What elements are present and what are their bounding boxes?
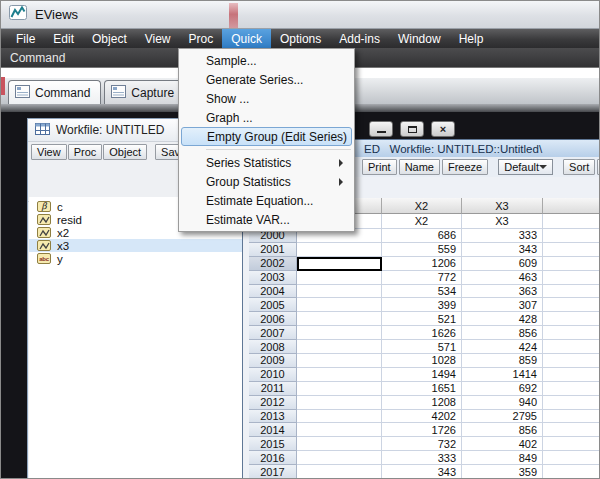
workfile-button-proc[interactable]: Proc <box>68 144 103 160</box>
workfile-button-view[interactable]: View <box>31 144 67 160</box>
data-cell[interactable]: 333 <box>462 229 543 243</box>
data-cell[interactable]: 363 <box>462 285 543 299</box>
menu-window[interactable]: Window <box>389 29 450 48</box>
data-cell[interactable]: 686 <box>382 229 462 243</box>
workfile-button-object[interactable]: Object <box>103 144 147 160</box>
data-cell[interactable]: 1206 <box>382 257 462 271</box>
data-cell[interactable]: 1414 <box>462 368 543 382</box>
selected-cell[interactable] <box>297 257 382 271</box>
data-cell[interactable] <box>543 312 600 326</box>
data-cell[interactable] <box>543 368 600 382</box>
data-cell[interactable]: 343 <box>382 465 462 479</box>
data-cell[interactable] <box>543 451 600 465</box>
data-cell[interactable] <box>297 465 382 479</box>
maximize-button[interactable] <box>400 121 424 137</box>
data-cell[interactable]: 1208 <box>382 396 462 410</box>
data-cell[interactable] <box>297 298 382 312</box>
view-selector-dropdown[interactable]: Default <box>498 159 553 175</box>
data-cell[interactable] <box>543 340 600 354</box>
data-cell[interactable] <box>297 354 382 368</box>
data-cell[interactable]: 1028 <box>382 354 462 368</box>
data-cell[interactable] <box>543 354 600 368</box>
data-cell[interactable] <box>297 451 382 465</box>
data-cell[interactable]: 399 <box>382 298 462 312</box>
data-cell[interactable] <box>543 243 600 257</box>
data-cell[interactable] <box>297 382 382 396</box>
data-cell[interactable]: 1626 <box>382 326 462 340</box>
data-cell[interactable]: 521 <box>382 312 462 326</box>
data-cell[interactable]: 428 <box>462 312 543 326</box>
menu-item-estimate-var[interactable]: Estimate VAR... <box>181 210 352 229</box>
menu-item-generate-series[interactable]: Generate Series... <box>181 70 352 89</box>
tab-command[interactable]: Command <box>8 80 101 104</box>
data-cell[interactable]: 609 <box>462 257 543 271</box>
data-cell[interactable]: 402 <box>462 437 543 451</box>
group-button-print[interactable]: Print <box>362 159 397 175</box>
data-cell[interactable]: 2795 <box>462 410 543 424</box>
data-cell[interactable]: 940 <box>462 396 543 410</box>
data-cell[interactable] <box>297 285 382 299</box>
data-cell[interactable]: 343 <box>462 243 543 257</box>
data-cell[interactable]: 534 <box>382 285 462 299</box>
data-cell[interactable] <box>297 423 382 437</box>
menu-item-sample[interactable]: Sample... <box>181 51 352 70</box>
data-cell[interactable] <box>543 326 600 340</box>
data-cell[interactable] <box>543 229 600 243</box>
data-cell[interactable] <box>543 410 600 424</box>
tab-capture[interactable]: Capture <box>104 80 185 104</box>
data-cell[interactable]: 463 <box>462 271 543 285</box>
data-cell[interactable]: 559 <box>382 243 462 257</box>
menu-edit[interactable]: Edit <box>44 29 83 48</box>
data-cell[interactable]: 1726 <box>382 423 462 437</box>
data-cell[interactable] <box>543 437 600 451</box>
menu-add-ins[interactable]: Add-ins <box>330 29 389 48</box>
data-cell[interactable]: 692 <box>462 382 543 396</box>
data-cell[interactable] <box>297 271 382 285</box>
data-cell[interactable] <box>543 396 600 410</box>
data-cell[interactable] <box>543 257 600 271</box>
close-button[interactable]: × <box>431 121 455 137</box>
group-button-sort[interactable]: Sort <box>563 159 595 175</box>
data-cell[interactable] <box>297 340 382 354</box>
menu-options[interactable]: Options <box>271 29 330 48</box>
menu-item-estimate-equation[interactable]: Estimate Equation... <box>181 191 352 210</box>
data-cell[interactable] <box>297 368 382 382</box>
data-cell[interactable]: 333 <box>382 451 462 465</box>
data-cell[interactable]: 856 <box>462 423 543 437</box>
menu-help[interactable]: Help <box>450 29 493 48</box>
data-cell[interactable]: 856 <box>462 326 543 340</box>
data-cell[interactable] <box>543 423 600 437</box>
menu-item-graph[interactable]: Graph ... <box>181 108 352 127</box>
data-cell[interactable]: 1494 <box>382 368 462 382</box>
data-cell[interactable] <box>543 298 600 312</box>
menu-item-series-statistics[interactable]: Series Statistics <box>181 153 352 172</box>
data-cell[interactable]: 359 <box>462 465 543 479</box>
data-cell[interactable]: 849 <box>462 451 543 465</box>
data-cell[interactable] <box>543 271 600 285</box>
data-cell[interactable] <box>297 410 382 424</box>
menu-item-group-statistics[interactable]: Group Statistics <box>181 172 352 191</box>
data-cell[interactable] <box>297 326 382 340</box>
menu-view[interactable]: View <box>136 29 180 48</box>
minimize-button[interactable] <box>369 121 393 137</box>
group-button-freeze[interactable]: Freeze <box>442 159 488 175</box>
group-button-name[interactable]: Name <box>399 159 440 175</box>
data-cell[interactable] <box>297 243 382 257</box>
data-cell[interactable] <box>297 312 382 326</box>
data-cell[interactable]: 4202 <box>382 410 462 424</box>
menu-object[interactable]: Object <box>83 29 136 48</box>
menu-item-show[interactable]: Show ... <box>181 89 352 108</box>
data-cell[interactable] <box>543 285 600 299</box>
menu-proc[interactable]: Proc <box>180 29 223 48</box>
menu-file[interactable]: File <box>7 29 44 48</box>
data-cell[interactable]: 772 <box>382 271 462 285</box>
data-cell[interactable]: 732 <box>382 437 462 451</box>
data-cell[interactable] <box>297 437 382 451</box>
menu-item-empty-group-edit-series[interactable]: Empty Group (Edit Series) <box>181 127 352 146</box>
data-cell[interactable] <box>543 382 600 396</box>
data-cell[interactable]: 424 <box>462 340 543 354</box>
data-cell[interactable]: 859 <box>462 354 543 368</box>
menu-quick[interactable]: Quick <box>222 29 271 48</box>
data-cell[interactable]: 1651 <box>382 382 462 396</box>
data-cell[interactable]: 571 <box>382 340 462 354</box>
